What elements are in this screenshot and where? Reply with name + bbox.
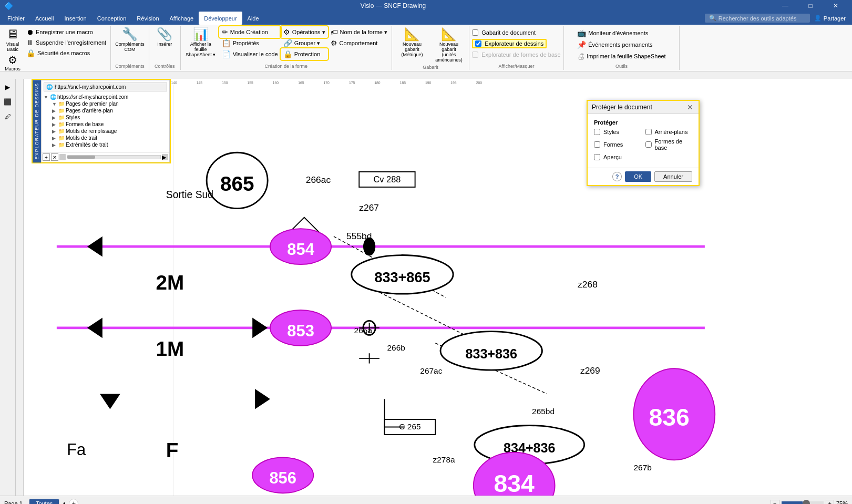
- checkbox-arriere-plans[interactable]: [645, 129, 652, 135]
- mode-creation-button[interactable]: ✏ Mode Création: [220, 27, 280, 37]
- proprietes-button[interactable]: 📋 Propriétés: [220, 38, 280, 48]
- checkbox-styles[interactable]: [594, 129, 600, 135]
- suspendre-button[interactable]: ⏸ Suspendre l'enregistrement: [24, 37, 108, 48]
- gabarit-us-button[interactable]: 📐 Nouveau gabarit(unités américaines): [431, 27, 467, 64]
- gabarit-document-checkbox[interactable]: [472, 29, 478, 36]
- page-indicator: Page 1: [4, 500, 23, 505]
- operations-button[interactable]: ⚙ Opérations ▾: [281, 27, 327, 37]
- menu-developpeur[interactable]: Développeur: [199, 12, 242, 25]
- ribbon-code-main-buttons: 🖥 VisualBasic ⚙ Macros: [2, 27, 23, 73]
- evenements-button[interactable]: 📌 Événements permanents: [575, 39, 654, 50]
- explorateur-dessins-checkbox[interactable]: [475, 40, 481, 47]
- nom-forme-button[interactable]: 🏷 Nom de la forme ▾: [329, 27, 389, 37]
- afficher-shapesheet-button[interactable]: 📊 Afficher la feuilleShapeSheet ▾: [183, 27, 219, 58]
- tree-item-styles[interactable]: ▶ 📁 Styles: [44, 114, 167, 121]
- minimize-btn[interactable]: —: [773, 0, 797, 12]
- checkbox-styles-row[interactable]: Styles: [594, 129, 641, 135]
- protection-button[interactable]: 🔒 Protection: [281, 49, 327, 59]
- explorateur-formes-checkbox-row[interactable]: Explorateur de formes de base: [472, 52, 560, 58]
- close-btn[interactable]: ✕: [824, 0, 848, 12]
- zoom-thumb[interactable]: [803, 500, 810, 505]
- explorer-scrollbar[interactable]: [67, 155, 161, 159]
- tree-item-root[interactable]: ▼ 🌐 https://sncf-my.sharepoint.com: [44, 94, 167, 100]
- svg-rect-0: [16, 71, 852, 79]
- ribbon-group-gabarit: 📐 Nouveau gabarit(Métrique) 📐 Nouveau ga…: [392, 26, 469, 70]
- menu-conception[interactable]: Conception: [92, 12, 132, 25]
- visual-basic-button[interactable]: 🖥 VisualBasic: [2, 27, 23, 53]
- checkbox-formes-row[interactable]: Formes: [594, 138, 641, 151]
- zoom-level: 75%: [836, 500, 848, 505]
- explorer-add-btn[interactable]: +: [43, 153, 50, 161]
- inserer-button[interactable]: 📎 Insérer: [154, 27, 175, 48]
- explorateur-formes-checkbox: [472, 52, 478, 58]
- grouper-button[interactable]: 🔗 Grouper ▾: [281, 38, 327, 48]
- menu-fichier[interactable]: Fichier: [2, 12, 30, 25]
- menu-revision[interactable]: Révision: [131, 12, 164, 25]
- checkbox-formes[interactable]: [594, 141, 600, 148]
- search-input[interactable]: [718, 15, 797, 22]
- url-text: https://sncf-my.sharepoint.com: [55, 84, 126, 90]
- tree-item-arriere-plan[interactable]: ▶ 📁 Pages d'arrière-plan: [44, 107, 167, 114]
- complements-com-button[interactable]: 🔧 ComplémentsCOM: [113, 27, 147, 53]
- explorer-scroll-left[interactable]: [59, 154, 66, 160]
- maximize-btn[interactable]: □: [798, 0, 823, 12]
- left-btn-2[interactable]: ⬛: [2, 96, 14, 108]
- visualiser-code-button[interactable]: 📄 Visualiser le code: [220, 49, 280, 59]
- securite-button[interactable]: 🔒 Sécurité des macros: [24, 48, 108, 58]
- tree-item-premier-plan[interactable]: ▼ 📁 Pages de premier plan: [44, 100, 167, 107]
- ribbon-group-code: 🖥 VisualBasic ⚙ Macros ⏺ Enregistrer une…: [0, 26, 111, 70]
- main-area: ▶ ⬛ 🖊 EXPLORATEUR DE DESSINS 🌐 https://s…: [0, 79, 852, 496]
- tree-arrow-arriere-plan: ▶: [52, 108, 57, 114]
- tree-arrow-premier-plan: ▼: [52, 101, 57, 107]
- left-panel: ▶ ⬛ 🖊: [0, 79, 16, 496]
- left-btn-3[interactable]: 🖊: [2, 110, 14, 123]
- search-icon: 🔍: [709, 15, 716, 22]
- dialog-help-btn[interactable]: ?: [612, 172, 622, 181]
- checkbox-apercu-row[interactable]: Aperçu: [594, 154, 641, 160]
- moniteur-button[interactable]: 📺 Moniteur d'événements: [575, 28, 650, 38]
- gabarit-document-checkbox-row[interactable]: Gabarit de document: [472, 29, 536, 36]
- checkbox-apercu[interactable]: [594, 154, 600, 160]
- dialog-cancel-button[interactable]: Annuler: [654, 171, 692, 182]
- url-bar: 🌐 https://sncf-my.sharepoint.com: [44, 83, 167, 91]
- tab-arrow-up[interactable]: ▲: [61, 500, 67, 504]
- explorer-scroll-right[interactable]: ▶: [162, 154, 168, 160]
- macros-button[interactable]: ⚙ Macros: [2, 54, 23, 73]
- drawing-explorer-panel: EXPLORATEUR DE DESSINS 🌐 https://sncf-my…: [32, 79, 171, 163]
- comportement-button[interactable]: ⚙ Comportement: [329, 38, 389, 48]
- menu-insertion[interactable]: Insertion: [59, 12, 91, 25]
- enregistrer-macro-button[interactable]: ⏺ Enregistrer une macro: [24, 27, 108, 37]
- ribbon-group-complements: 🔧 ComplémentsCOM Compléments: [111, 26, 149, 70]
- protection-icon: 🔒: [283, 50, 292, 58]
- svg-text:267b: 267b: [633, 463, 651, 472]
- add-page-button[interactable]: +: [69, 499, 78, 505]
- share-button[interactable]: 👤 Partager: [810, 14, 850, 23]
- tree-item-motifs-trait[interactable]: ▶ 📁 Motifs de trait: [44, 135, 167, 141]
- dialog-close-btn[interactable]: ✕: [686, 103, 694, 111]
- menu-affichage[interactable]: Affichage: [165, 12, 199, 25]
- menu-aide[interactable]: Aide: [242, 12, 264, 25]
- tree-item-formes-base[interactable]: ▶ 📁 Formes de base: [44, 121, 167, 128]
- tree-item-extremites[interactable]: ▶ 📁 Extrémités de trait: [44, 141, 167, 148]
- tree-item-motifs-remplissage[interactable]: ▶ 📁 Motifs de remplissage: [44, 128, 167, 135]
- explorer-close-btn[interactable]: ✕: [51, 153, 58, 161]
- zoom-out-btn[interactable]: −: [771, 500, 779, 505]
- ribbon-complements-inner: 🔧 ComplémentsCOM: [113, 27, 147, 63]
- title-bar: 🔷 Visio — SNCF Drawing — □ ✕: [0, 0, 852, 12]
- imprimer-button[interactable]: 🖨 Imprimer la feuille ShapeSheet: [575, 51, 668, 61]
- svg-text:265bd: 265bd: [532, 407, 555, 416]
- svg-text:200: 200: [476, 81, 483, 85]
- zoom-in-btn[interactable]: +: [826, 500, 834, 505]
- checkbox-formes-de-base-row[interactable]: Formes de base: [645, 138, 693, 151]
- explorateur-dessins-checkbox-row[interactable]: Explorateur de dessins: [472, 39, 547, 48]
- checkbox-arriere-plans-row[interactable]: Arrière-plans: [645, 129, 693, 135]
- search-box[interactable]: 🔍: [705, 14, 810, 23]
- menu-accueil[interactable]: Accueil: [30, 12, 59, 25]
- gabarit-metrique-button[interactable]: 📐 Nouveau gabarit(Métrique): [394, 27, 430, 58]
- canvas-area[interactable]: EXPLORATEUR DE DESSINS 🌐 https://sncf-my…: [24, 79, 852, 496]
- zoom-slider[interactable]: [782, 501, 824, 505]
- page-tab-toutes[interactable]: Toutes: [29, 499, 59, 505]
- dialog-ok-button[interactable]: OK: [625, 171, 651, 182]
- checkbox-formes-de-base[interactable]: [645, 141, 652, 148]
- left-btn-1[interactable]: ▶: [2, 81, 14, 94]
